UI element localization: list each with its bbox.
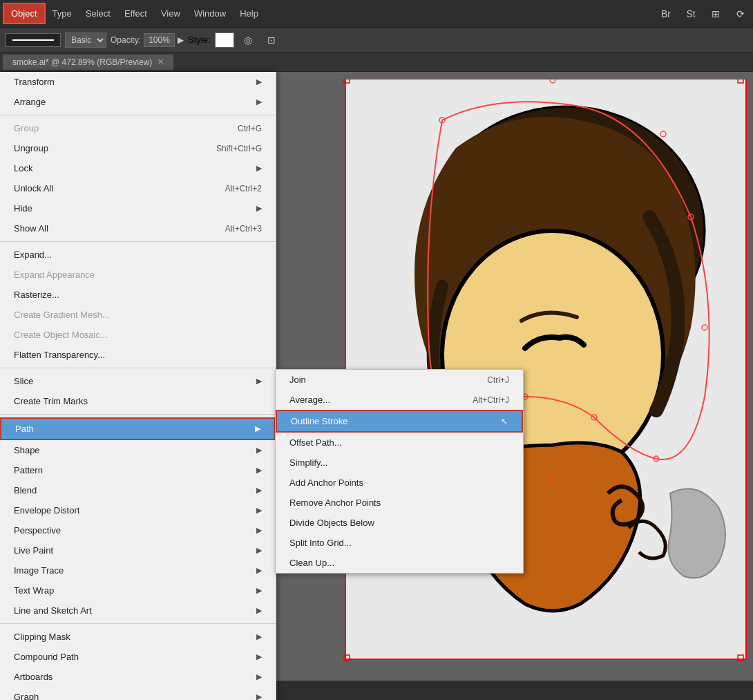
layout-icon[interactable]: ⊞: [706, 4, 725, 23]
divider-2: [0, 241, 276, 242]
envelope-arrow: ▶: [256, 506, 262, 515]
menu-expand-appearance[interactable]: Expand Appearance: [0, 265, 276, 285]
submenu-add-anchor-points[interactable]: Add Anchor Points: [276, 473, 523, 493]
menu-transform[interactable]: Transform ▶: [0, 72, 276, 92]
blend-arrow: ▶: [256, 486, 262, 495]
toolbar: Basic Opacity: ▶ Style: ◎ ⊡: [0, 28, 753, 53]
menu-hide[interactable]: Hide ▶: [0, 198, 276, 218]
menu-flatten-transparency[interactable]: Flatten Transparency...: [0, 345, 276, 365]
menu-expand[interactable]: Expand...: [0, 245, 276, 265]
menu-item-view[interactable]: View: [154, 4, 187, 23]
cursor-icon: ↖: [501, 417, 508, 426]
menu-perspective[interactable]: Perspective ▶: [0, 520, 276, 540]
menu-rasterize[interactable]: Rasterize...: [0, 285, 276, 305]
st-icon[interactable]: St: [681, 4, 700, 23]
submenu-remove-anchor-points[interactable]: Remove Anchor Points: [276, 493, 523, 513]
graph-arrow: ▶: [256, 692, 262, 700]
sync-icon[interactable]: ⟳: [731, 4, 750, 23]
menu-image-trace[interactable]: Image Trace ▶: [0, 560, 276, 580]
path-submenu: Join Ctrl+J Average... Alt+Ctrl+J Outlin…: [275, 369, 524, 574]
opacity-control: Opacity: ▶: [111, 33, 184, 47]
menu-unlock-all[interactable]: Unlock All Alt+Ctrl+2: [0, 178, 276, 198]
menu-slice[interactable]: Slice ▶: [0, 371, 276, 391]
image-trace-arrow: ▶: [256, 566, 262, 575]
divider-4: [0, 414, 276, 415]
menu-item-effect[interactable]: Effect: [117, 4, 154, 23]
menu-artboards[interactable]: Artboards ▶: [0, 667, 276, 687]
text-wrap-arrow: ▶: [256, 586, 262, 595]
menu-path[interactable]: Path ▶: [0, 417, 276, 440]
menu-item-help[interactable]: Help: [233, 4, 265, 23]
arrange-icon[interactable]: ⊡: [262, 30, 281, 50]
menu-text-wrap[interactable]: Text Wrap ▶: [0, 580, 276, 600]
submenu-offset-path[interactable]: Offset Path...: [276, 433, 523, 453]
line-sketch-arrow: ▶: [256, 606, 262, 615]
menu-arrange[interactable]: Arrange ▶: [0, 92, 276, 112]
live-paint-arrow: ▶: [256, 546, 262, 555]
menu-graph[interactable]: Graph ▶: [0, 687, 276, 700]
compound-path-arrow: ▶: [256, 652, 262, 661]
submenu-split-grid[interactable]: Split Into Grid...: [276, 533, 523, 553]
stroke-line: [12, 39, 54, 41]
menu-gradient-mesh[interactable]: Create Gradient Mesh...: [0, 305, 276, 325]
submenu-simplify[interactable]: Simplify...: [276, 453, 523, 473]
submenu-join[interactable]: Join Ctrl+J: [276, 370, 523, 390]
clipping-mask-arrow: ▶: [256, 632, 262, 641]
stroke-style-select[interactable]: Basic: [65, 32, 106, 48]
lock-arrow: ▶: [256, 164, 262, 173]
menu-show-all[interactable]: Show All Alt+Ctrl+3: [0, 218, 276, 238]
pattern-arrow: ▶: [256, 466, 262, 475]
main-area: Transform ▶ Arrange ▶ Group Ctrl+G Ungro…: [0, 72, 753, 681]
document-tab[interactable]: smoke.ai* @ 472.89% (RGB/Preview) ✕: [3, 55, 174, 70]
shape-arrow: ▶: [256, 446, 262, 455]
menu-item-select[interactable]: Select: [79, 4, 117, 23]
menu-create-trim-marks[interactable]: Create Trim Marks: [0, 391, 276, 411]
submenu-outline-stroke[interactable]: Outline Stroke ↖: [276, 410, 523, 433]
menu-live-paint[interactable]: Live Paint ▶: [0, 540, 276, 560]
submenu-average[interactable]: Average... Alt+Ctrl+J: [276, 390, 523, 410]
stroke-preview[interactable]: [6, 33, 61, 47]
document-tab-name: smoke.ai* @ 472.89% (RGB/Preview): [12, 57, 152, 67]
menu-blend[interactable]: Blend ▶: [0, 480, 276, 500]
document-tab-close[interactable]: ✕: [158, 57, 164, 66]
style-label: Style:: [188, 35, 211, 45]
br-icon[interactable]: Br: [656, 4, 676, 23]
artboards-arrow: ▶: [256, 672, 262, 681]
opacity-arrow[interactable]: ▶: [178, 35, 184, 45]
hide-arrow: ▶: [256, 204, 262, 213]
menu-item-type[interactable]: Type: [46, 4, 79, 23]
menu-envelope-distort[interactable]: Envelope Distort ▶: [0, 500, 276, 520]
submenu-divide-objects[interactable]: Divide Objects Below: [276, 513, 523, 533]
object-menu-dropdown: Transform ▶ Arrange ▶ Group Ctrl+G Ungro…: [0, 72, 276, 700]
arrange-arrow: ▶: [256, 97, 262, 106]
appearance-icon[interactable]: ◎: [238, 30, 258, 50]
menu-bar: Object Type Select Effect View Window He…: [0, 0, 753, 28]
menu-item-object[interactable]: Object: [3, 3, 46, 24]
perspective-arrow: ▶: [256, 526, 262, 535]
menu-pattern[interactable]: Pattern ▶: [0, 460, 276, 480]
slice-arrow: ▶: [256, 377, 262, 386]
menu-icons: Br St ⊞ ⟳: [656, 4, 750, 23]
divider-5: [0, 623, 276, 624]
opacity-label: Opacity:: [111, 35, 141, 45]
menu-ungroup[interactable]: Ungroup Shift+Ctrl+G: [0, 138, 276, 158]
menu-item-window[interactable]: Window: [187, 4, 233, 23]
menu-compound-path[interactable]: Compound Path ▶: [0, 647, 276, 667]
divider-1: [0, 115, 276, 115]
style-box[interactable]: [215, 32, 234, 48]
menu-line-sketch[interactable]: Line and Sketch Art ▶: [0, 600, 276, 621]
path-arrow: ▶: [255, 424, 260, 433]
menu-clipping-mask[interactable]: Clipping Mask ▶: [0, 627, 276, 647]
document-tabs: smoke.ai* @ 472.89% (RGB/Preview) ✕: [0, 53, 753, 72]
submenu-clean-up[interactable]: Clean Up...: [276, 553, 523, 573]
opacity-input[interactable]: [144, 33, 175, 47]
menu-object-mosaic[interactable]: Create Object Mosaic...: [0, 325, 276, 345]
divider-3: [0, 368, 276, 368]
menu-lock[interactable]: Lock ▶: [0, 158, 276, 178]
menu-group[interactable]: Group Ctrl+G: [0, 118, 276, 138]
menu-shape[interactable]: Shape ▶: [0, 440, 276, 460]
transform-arrow: ▶: [256, 77, 262, 86]
